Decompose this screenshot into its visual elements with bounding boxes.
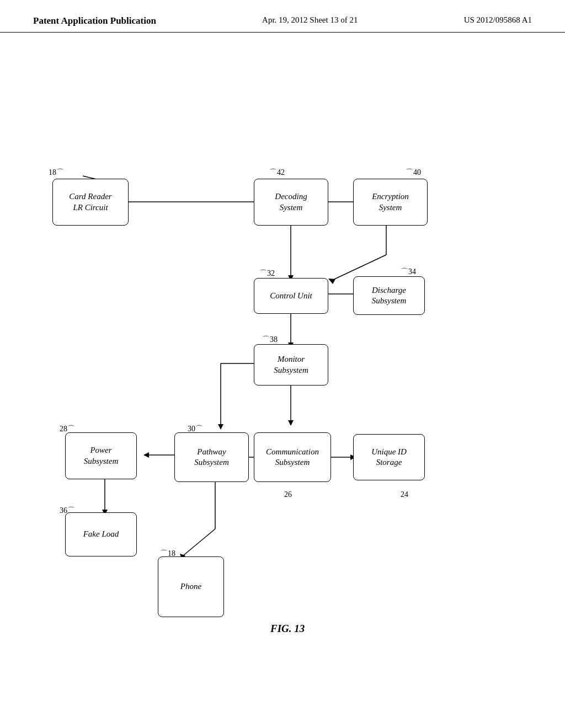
svg-marker-8 [328,279,335,284]
decoding-label: DecodingSystem [275,191,307,213]
communication-box: CommunicationSubsystem [254,432,331,482]
unique-id-box: Unique IDStorage [353,434,425,480]
header-left: Patent Application Publication [33,15,156,26]
communication-label: CommunicationSubsystem [266,447,319,468]
power-box: PowerSubsystem [65,432,137,479]
phone-box: Phone [158,556,224,617]
diagram-area: Card ReaderLR Circuit 18⌒ DecodingSystem… [0,38,565,711]
discharge-id: ⌒34 [401,267,416,277]
control-unit-id: ⌒32 [259,269,275,279]
fake-load-label: Fake Load [83,529,119,540]
svg-marker-17 [218,424,223,430]
pathway-id: 30⌒ [188,424,203,434]
svg-marker-14 [288,420,294,426]
encryption-id: ⌒40 [406,168,421,178]
svg-line-27 [182,529,215,556]
monitor-label: MonitorSubsystem [274,354,308,376]
fake-load-box: Fake Load [65,512,137,556]
header-center: Apr. 19, 2012 Sheet 13 of 21 [262,15,358,25]
svg-marker-23 [143,452,149,458]
header-right: US 2012/095868 A1 [464,15,532,25]
card-reader-box: Card ReaderLR Circuit [52,179,129,226]
page-header: Patent Application Publication Apr. 19, … [0,0,565,33]
unique-id-id: 24 [401,490,408,499]
unique-id-label: Unique IDStorage [371,447,407,468]
control-unit-box: Control Unit [254,278,328,314]
pathway-box: PathwaySubsystem [174,432,249,482]
card-reader-label: Card ReaderLR Circuit [69,191,111,213]
card-reader-id: 18⌒ [49,168,64,178]
power-label: PowerSubsystem [84,445,119,467]
decoding-id: ⌒42 [269,168,285,178]
pathway-label: PathwaySubsystem [194,447,229,468]
discharge-label: DischargeSubsystem [372,285,407,307]
communication-id: 26 [284,490,292,499]
encryption-label: EncryptionSystem [372,191,409,213]
figure-label: FIG. 13 [270,623,305,635]
phone-label: Phone [180,581,201,592]
power-id: 28⌒ [60,424,75,434]
encryption-box: EncryptionSystem [353,179,428,226]
control-unit-label: Control Unit [270,291,312,302]
monitor-box: MonitorSubsystem [254,344,328,386]
fake-load-id: 36⌒ [60,506,75,516]
discharge-box: DischargeSubsystem [353,276,425,315]
decoding-box: DecodingSystem [254,179,328,226]
phone-id: ⌒18 [160,549,175,559]
monitor-id: ⌒38 [262,335,278,345]
